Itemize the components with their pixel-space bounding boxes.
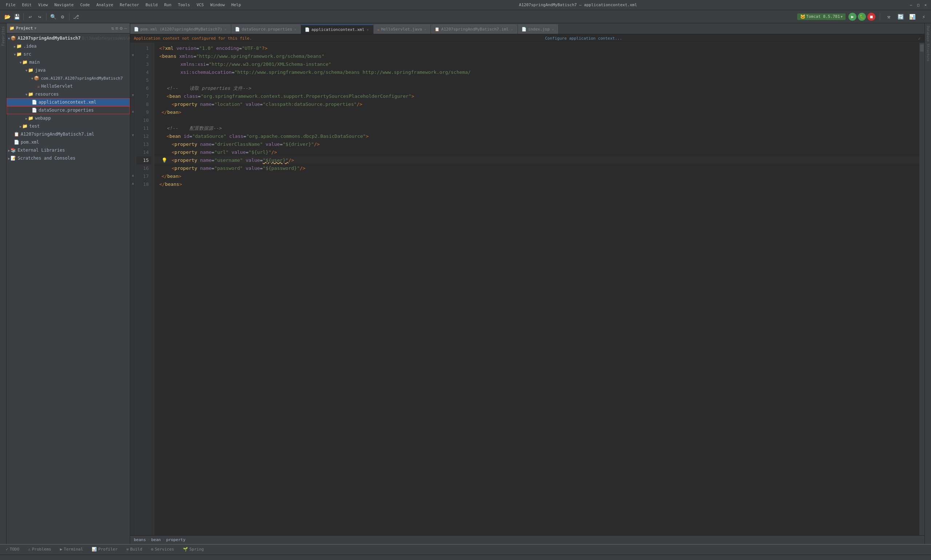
src-folder[interactable]: 📁 src (6, 50, 130, 58)
collapse-all-icon[interactable]: ≡ (115, 25, 118, 31)
helloservlet-item[interactable]: ☕ HelloServlet (6, 82, 130, 90)
configure-link[interactable]: Configure application context... (545, 36, 622, 41)
profiler-button[interactable]: ⚡ (919, 12, 928, 21)
hs-tab-close[interactable]: ✕ (423, 27, 427, 32)
update-button[interactable]: 🔄 (896, 12, 905, 21)
minimize-button[interactable]: — (908, 3, 914, 8)
menu-code[interactable]: Code (77, 2, 93, 8)
run-button[interactable]: ▶ (848, 13, 856, 21)
scrollbar-right[interactable] (919, 43, 925, 535)
ds-tab-close[interactable]: ✕ (294, 27, 297, 32)
redo-button[interactable]: ↪ (35, 12, 44, 21)
menu-vcs[interactable]: VCS (194, 2, 206, 8)
problems-label: Problems (32, 547, 51, 552)
settings-button[interactable]: ⚙ (58, 12, 67, 21)
gutter-8 (130, 99, 135, 107)
sync-icon[interactable]: ⇅ (111, 25, 114, 31)
gutter-16 (130, 163, 135, 171)
menu-refactor[interactable]: Refactor (117, 2, 142, 8)
test-folder[interactable]: 📁 test (6, 122, 130, 130)
coverage-button[interactable]: 📊 (908, 12, 916, 21)
breadcrumb-bean[interactable]: bean (151, 537, 161, 542)
search-button[interactable]: 🔍 (49, 12, 57, 21)
scratches-item[interactable]: 📝 Scratches and Consoles (6, 154, 130, 162)
package-item[interactable]: 📦 com.A1207.A1207springAndMyBatisch7 (6, 74, 130, 82)
database-panel-label[interactable]: Database (925, 25, 931, 43)
scroll-thumb[interactable] (920, 45, 924, 52)
resources-folder[interactable]: 📁 resources (6, 90, 130, 98)
bulb-icon[interactable]: 💡 (162, 156, 167, 165)
notification-close-icon[interactable]: ✓ (918, 36, 921, 41)
menu-edit[interactable]: Edit (19, 2, 35, 8)
terminal-tab[interactable]: ▶ Terminal (55, 545, 88, 554)
settings-icon[interactable]: ⚙ (120, 25, 123, 31)
menu-run[interactable]: Run (161, 2, 174, 8)
profiler-tab[interactable]: 📊 Profiler (87, 545, 122, 554)
project-root-item[interactable]: 📦 A1207springAndMyBatisch7 D:\JavaEnterp… (6, 34, 130, 42)
menu-navigate[interactable]: Navigate (52, 2, 77, 8)
idea-folder[interactable]: 📁 .idea (6, 42, 130, 50)
pom-xml-item[interactable]: 📄 pom.xml (6, 138, 130, 146)
tab-iml[interactable]: 📋 A1207springAndMyBatisch7.iml ✕ (431, 25, 517, 34)
save-button[interactable]: 💾 (12, 12, 21, 21)
todo-tab[interactable]: ✓ TODO (2, 545, 24, 554)
test-folder-icon: 📁 (22, 124, 28, 129)
maximize-button[interactable]: □ (916, 3, 921, 8)
tab-helloservlet-java[interactable]: ☕ HelloServlet.java ✕ (374, 25, 431, 34)
menu-window[interactable]: Window (207, 2, 228, 8)
open-folder-button[interactable]: 📂 (3, 12, 12, 21)
tomcat-selector[interactable]: 🐱 Tomcat 8.5.781 ▼ (797, 14, 846, 20)
gutter-9: ▲ (130, 107, 135, 115)
terminal-label: Terminal (64, 547, 83, 552)
menu-view[interactable]: View (35, 2, 51, 8)
breadcrumb-sep-1: › (147, 537, 150, 542)
close-button[interactable]: ✕ (923, 3, 928, 8)
iml-tab-close[interactable]: ✕ (510, 27, 514, 32)
editor-area: 📄 pom.xml (A1207springAndMyBatisch7) ✕ 📄… (130, 23, 925, 544)
breadcrumb-property[interactable]: property (166, 537, 185, 542)
debug-button[interactable]: 🐛 (858, 13, 866, 21)
menu-file[interactable]: File (3, 2, 18, 8)
external-libraries-item[interactable]: 📚 External Libraries (6, 146, 130, 154)
tab-index-jsp[interactable]: 📄 index.jsp ✕ (518, 25, 559, 34)
menu-build[interactable]: Build (143, 2, 160, 8)
jsp-tab-close[interactable]: ✕ (551, 27, 555, 32)
spring-tab[interactable]: 🌱 Spring (179, 545, 208, 554)
code-area[interactable]: <?xml version="1.0" encoding="UTF-8" ?> … (154, 43, 919, 535)
build-project-button[interactable]: ⚒ (885, 12, 893, 21)
applicationcontext-xml-item[interactable]: 📄 applicationcontext.xml (6, 98, 130, 106)
pom-tab-close[interactable]: ✕ (224, 27, 227, 32)
undo-button[interactable]: ↩ (26, 12, 35, 21)
menu-tools[interactable]: Tools (175, 2, 193, 8)
code-line-8: <property name="location" value="classpa… (154, 100, 919, 108)
tab-datasource-properties[interactable]: 📄 dataSource.properties ✕ (231, 25, 301, 34)
datasource-properties-item[interactable]: 📄 dataSource.properties (6, 106, 130, 114)
problems-tab[interactable]: ⚠ Problems (24, 545, 55, 554)
java-folder[interactable]: 📁 java (6, 66, 130, 74)
toolbar-separator-1 (23, 13, 24, 20)
ds-tab-label: dataSource.properties (242, 27, 292, 32)
favorites-label[interactable]: Favorites (0, 23, 6, 49)
build-tab[interactable]: ⚒ Build (122, 545, 146, 554)
stop-button[interactable]: ■ (867, 13, 876, 21)
hide-icon[interactable]: — (124, 25, 127, 31)
breadcrumb-beans[interactable]: beans (134, 537, 146, 542)
iml-item[interactable]: 📋 A1207springAndMyBatisch7.iml (6, 130, 130, 138)
gutter-4 (130, 67, 135, 75)
tab-pom-xml[interactable]: 📄 pom.xml (A1207springAndMyBatisch7) ✕ (130, 25, 231, 34)
iml-icon: 📋 (14, 132, 19, 137)
tab-applicationcontext-xml[interactable]: 📄 applicationcontext.xml ✕ (301, 25, 374, 34)
git-button[interactable]: ⎇ (72, 12, 80, 21)
root-expand-icon (8, 36, 10, 40)
code-line-15: 💡 <property name="username" value="${use… (154, 156, 919, 165)
structure-panel-label[interactable]: Structure (925, 43, 931, 63)
menu-help[interactable]: Help (228, 2, 244, 8)
webapp-folder[interactable]: 📁 webapp (6, 114, 130, 122)
tomcat-label: Tomcat 8.5.781 (806, 14, 840, 19)
services-tab[interactable]: ⚙ Services (146, 545, 179, 554)
root-module-label: A1207springAndMyBatisch7 (17, 35, 80, 41)
code-line-14: <property name="url" value="${url}" /> (154, 148, 919, 156)
menu-analyze[interactable]: Analyze (94, 2, 116, 8)
main-folder[interactable]: 📁 main (6, 58, 130, 66)
ctx-tab-close[interactable]: ✕ (366, 27, 369, 32)
